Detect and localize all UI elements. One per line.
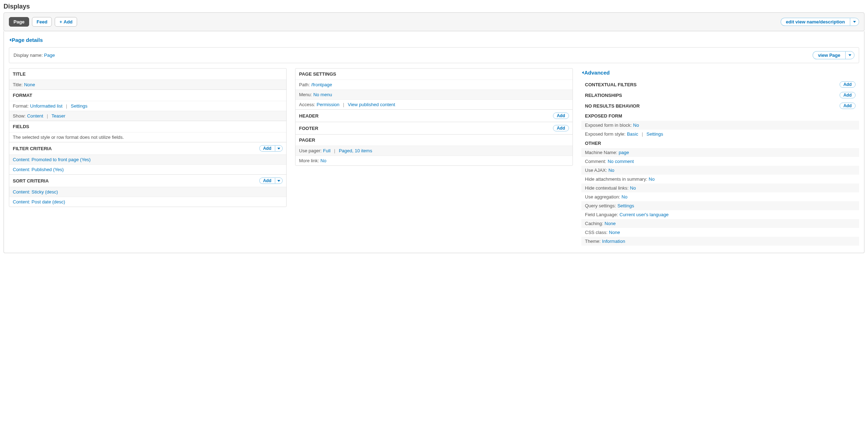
use-pager-paged[interactable]: Paged, 10 items [339, 148, 372, 153]
no-results-add-button[interactable]: Add [840, 103, 856, 109]
css-class-row: CSS class: None [581, 228, 859, 237]
query-settings-value[interactable]: Settings [617, 203, 634, 208]
page-details-box: Display name: Page view Page [9, 47, 859, 63]
comment-row: Comment: No comment [581, 157, 859, 166]
sort-postdate[interactable]: Content: Post date (desc) [13, 199, 65, 204]
sort-add-button[interactable]: Add [259, 178, 275, 184]
ajax-value[interactable]: No [608, 168, 614, 173]
path-value[interactable]: /frontpage [311, 82, 332, 87]
aggregation-value[interactable]: No [622, 194, 628, 200]
menu-value[interactable]: No menu [313, 92, 332, 97]
filter-published[interactable]: Content: Published (Yes) [13, 167, 64, 172]
view-page-dropdown[interactable] [845, 51, 855, 59]
page-details-toggle[interactable]: Page details [9, 35, 43, 45]
filter-add-button[interactable]: Add [259, 145, 275, 152]
css-class-value[interactable]: None [609, 230, 620, 235]
column-left: TITLE Title: None FORMAT Format: Unforma… [9, 68, 287, 246]
theme-value[interactable]: Information [602, 239, 625, 244]
title-value[interactable]: None [24, 82, 35, 87]
comment-value[interactable]: No comment [608, 159, 634, 164]
edit-view-button[interactable]: edit view name/description [781, 18, 850, 26]
machine-name-row: Machine Name: page [581, 148, 859, 157]
relationships-label: RELATIONSHIPS [585, 93, 622, 98]
aggregation-label: Use aggregation: [585, 194, 620, 200]
format-label: Format: [13, 103, 29, 109]
format-value[interactable]: Unformatted list [30, 103, 63, 109]
hide-contextual-value[interactable]: No [630, 185, 636, 191]
more-link-row: More link: No [295, 156, 573, 165]
filter-promoted[interactable]: Content: Promoted to front page (Yes) [13, 157, 91, 162]
field-language-value[interactable]: Current user's language [619, 212, 668, 217]
sort-item: Content: Sticky (desc) [9, 187, 286, 197]
content-area: Page details Display name: Page view Pag… [4, 31, 864, 253]
caching-value[interactable]: None [604, 221, 615, 226]
hide-attachments-row: Hide attachments in summary: No [581, 175, 859, 184]
tab-add-label: Add [64, 19, 72, 24]
use-pager-value[interactable]: Full [323, 148, 331, 153]
query-settings-label: Query settings: [585, 203, 616, 208]
show-value[interactable]: Content [27, 113, 43, 119]
machine-name-label: Machine Name: [585, 150, 617, 155]
exposed-style-label: Exposed form style: [585, 131, 625, 137]
tab-page[interactable]: Page [9, 17, 29, 27]
exposed-style-settings[interactable]: Settings [646, 131, 663, 137]
fields-message: The selected style or row format does no… [9, 132, 286, 142]
more-link-label: More link: [299, 158, 319, 163]
footer-add-button[interactable]: Add [553, 125, 569, 131]
sort-sticky[interactable]: Content: Sticky (desc) [13, 189, 58, 195]
exposed-block-value[interactable]: No [633, 122, 639, 128]
access-row: Access: Permission | View published cont… [295, 99, 573, 109]
caching-label: Caching: [585, 221, 603, 226]
hide-attachments-label: Hide attachments in summary: [585, 176, 647, 182]
displays-tab-bar: Page Feed +Add edit view name/descriptio… [4, 12, 864, 31]
edit-view-dropdown[interactable] [850, 18, 859, 26]
exposed-block-label: Exposed form in block: [585, 122, 632, 128]
column-middle: PAGE SETTINGS Path: /frontpage Menu: No … [295, 68, 573, 246]
more-link-value[interactable]: No [320, 158, 326, 163]
path-label: Path: [299, 82, 310, 87]
machine-name-value[interactable]: page [619, 150, 629, 155]
title-section-head: TITLE [9, 69, 286, 80]
advanced-toggle[interactable]: Advanced [581, 68, 610, 79]
access-value[interactable]: Permission [317, 102, 340, 107]
display-name-value[interactable]: Page [44, 53, 55, 58]
format-settings[interactable]: Settings [71, 103, 87, 109]
ajax-label: Use AJAX: [585, 168, 607, 173]
show-row: Show: Content | Teaser [9, 111, 286, 121]
theme-row: Theme: Information [581, 237, 859, 246]
sort-add-dropdown[interactable] [275, 178, 283, 184]
hide-attachments-value[interactable]: No [649, 176, 655, 182]
header-add-button[interactable]: Add [553, 113, 569, 119]
page-details-label: Page details [12, 37, 43, 43]
theme-label: Theme: [585, 239, 601, 244]
tab-feed[interactable]: Feed [32, 17, 52, 27]
contextual-add-button[interactable]: Add [840, 81, 856, 88]
caret-down-icon [848, 54, 851, 56]
caret-down-icon [277, 180, 280, 182]
contextual-filters-label: CONTEXTUAL FILTERS [585, 82, 636, 87]
access-label: Access: [299, 102, 315, 107]
tab-add[interactable]: +Add [55, 17, 77, 27]
show-label: Show: [13, 113, 26, 119]
filter-add-dropdown[interactable] [275, 145, 283, 152]
view-page-button[interactable]: view Page [813, 51, 845, 59]
column-right: Advanced CONTEXTUAL FILTERS Add RELATION… [581, 68, 859, 246]
access-permission[interactable]: View published content [348, 102, 395, 107]
use-pager-label: Use pager: [299, 148, 322, 153]
exposed-style-value[interactable]: Basic [627, 131, 638, 137]
fields-section-head: FIELDS [9, 121, 286, 132]
format-row: Format: Unformatted list | Settings [9, 101, 286, 111]
show-teaser[interactable]: Teaser [51, 113, 65, 119]
relationships-head: RELATIONSHIPS Add [581, 90, 859, 100]
separator: | [64, 103, 69, 109]
display-name-label: Display name: [13, 53, 43, 58]
edit-view-button-group: edit view name/description [781, 18, 859, 26]
no-results-head: NO RESULTS BEHAVIOR Add [581, 100, 859, 111]
caching-row: Caching: None [581, 219, 859, 228]
relationships-add-button[interactable]: Add [840, 92, 856, 98]
plus-icon: + [59, 19, 62, 24]
separator: | [45, 113, 50, 119]
sort-item: Content: Post date (desc) [9, 197, 286, 207]
caret-down-icon [853, 21, 856, 23]
other-head: OTHER [581, 138, 859, 148]
